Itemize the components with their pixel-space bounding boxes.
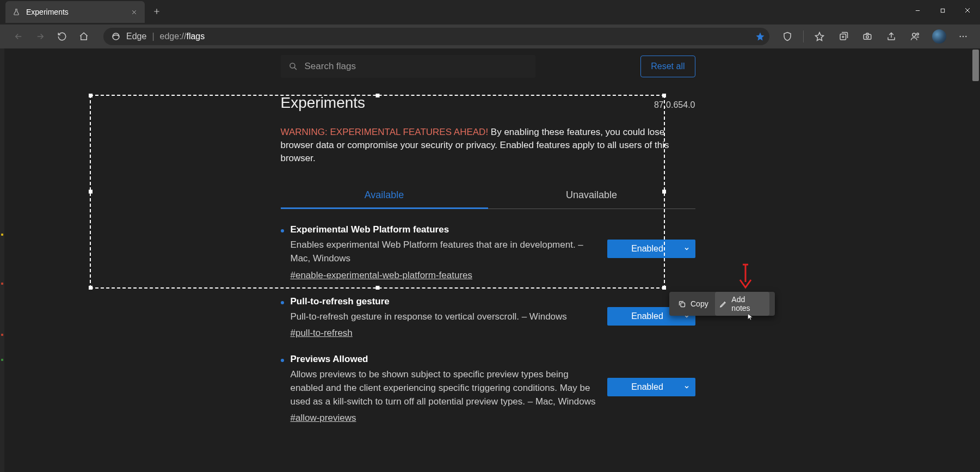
favorite-star-icon[interactable] bbox=[755, 32, 765, 41]
flag-title: Experimental Web Platform features bbox=[291, 224, 601, 235]
svg-rect-11 bbox=[681, 303, 685, 307]
svg-point-8 bbox=[963, 36, 964, 37]
flag-description: Pull-to-refresh gesture in response to v… bbox=[291, 310, 601, 324]
flag-item: Pull-to-refresh gesture Pull-to-refresh … bbox=[281, 281, 695, 339]
window-minimize-button[interactable] bbox=[905, 1, 930, 20]
address-separator: | bbox=[152, 32, 154, 41]
svg-point-9 bbox=[965, 36, 966, 37]
home-button[interactable] bbox=[74, 27, 94, 46]
capture-toolbar: Copy Add notes bbox=[669, 292, 775, 316]
flag-state-select[interactable]: Enabled bbox=[607, 240, 695, 258]
warning-text: WARNING: EXPERIMENTAL FEATURES AHEAD! By… bbox=[281, 126, 695, 164]
tab-indicator bbox=[281, 207, 488, 209]
flag-anchor-link[interactable]: #enable-experimental-web-platform-featur… bbox=[291, 270, 473, 281]
svg-point-4 bbox=[866, 36, 869, 39]
scrollbar-thumb[interactable] bbox=[972, 50, 979, 81]
tab-available[interactable]: Available bbox=[281, 184, 488, 209]
annotation-arrow-icon bbox=[738, 263, 753, 290]
page-header: Experiments 87.0.654.0 bbox=[281, 94, 695, 112]
copy-button[interactable]: Copy bbox=[675, 296, 712, 311]
warning-prefix: WARNING: EXPERIMENTAL FEATURES AHEAD! bbox=[281, 127, 489, 137]
flag-anchor-link[interactable]: #pull-to-refresh bbox=[291, 328, 353, 339]
flag-anchor-link[interactable]: #allow-previews bbox=[291, 413, 356, 424]
titlebar: Experiments bbox=[0, 0, 980, 24]
web-capture-icon[interactable] bbox=[857, 27, 878, 46]
flags-topbar: Search flags Reset all bbox=[281, 48, 695, 84]
collections-icon[interactable] bbox=[833, 27, 854, 46]
flag-bullet-icon bbox=[281, 229, 284, 232]
flag-description: Allows previews to be shown subject to s… bbox=[291, 368, 601, 408]
pen-icon bbox=[719, 300, 728, 308]
window-close-button[interactable] bbox=[955, 1, 980, 20]
svg-rect-3 bbox=[864, 34, 871, 39]
add-notes-button[interactable]: Add notes bbox=[715, 292, 769, 316]
mouse-cursor-icon bbox=[747, 312, 754, 322]
tab-unavailable[interactable]: Unavailable bbox=[488, 184, 695, 209]
browser-tab[interactable]: Experiments bbox=[5, 1, 145, 23]
flag-title: Previews Allowed bbox=[291, 354, 601, 365]
navbar: Edge | edge://flags bbox=[0, 24, 980, 48]
window-controls bbox=[905, 1, 980, 20]
svg-point-6 bbox=[917, 33, 919, 35]
forward-button[interactable] bbox=[30, 27, 50, 46]
viewport: Search flags Reset all Experiments 87.0.… bbox=[0, 48, 980, 472]
chevron-down-icon bbox=[683, 246, 690, 252]
flag-description: Enables experimental Web Platform featur… bbox=[291, 238, 601, 265]
edge-logo-icon bbox=[111, 32, 121, 41]
page-content: Search flags Reset all Experiments 87.0.… bbox=[4, 48, 971, 472]
tracking-shield-icon[interactable] bbox=[777, 27, 798, 46]
address-bar[interactable]: Edge | edge://flags bbox=[103, 28, 769, 45]
scrollbar[interactable] bbox=[971, 48, 980, 472]
flag-state-value: Enabled bbox=[616, 244, 679, 254]
reset-all-button[interactable]: Reset all bbox=[640, 56, 695, 77]
new-tab-button[interactable] bbox=[149, 4, 164, 19]
svg-point-7 bbox=[960, 36, 961, 37]
flag-bullet-icon bbox=[281, 359, 284, 362]
svg-point-5 bbox=[913, 33, 916, 36]
profile-switch-icon[interactable] bbox=[905, 27, 926, 46]
address-url: edge://flags bbox=[160, 32, 205, 41]
search-placeholder: Search flags bbox=[305, 61, 356, 72]
share-icon[interactable] bbox=[881, 27, 902, 46]
flag-state-select[interactable]: Enabled bbox=[607, 378, 695, 396]
flag-title: Pull-to-refresh gesture bbox=[291, 296, 601, 307]
refresh-button[interactable] bbox=[52, 27, 72, 46]
flag-item: Previews Allowed Allows previews to be s… bbox=[281, 339, 695, 424]
toolbar-right bbox=[777, 27, 976, 46]
svg-rect-0 bbox=[941, 9, 944, 12]
add-notes-label: Add notes bbox=[731, 295, 765, 312]
svg-point-1 bbox=[113, 33, 119, 40]
search-icon bbox=[288, 62, 298, 71]
flag-state-value: Enabled bbox=[616, 382, 679, 392]
copy-icon bbox=[678, 300, 686, 308]
separator bbox=[803, 30, 804, 42]
chevron-down-icon bbox=[683, 384, 690, 390]
search-flags-input[interactable]: Search flags bbox=[281, 55, 535, 78]
window-maximize-button[interactable] bbox=[930, 1, 955, 20]
flag-tabs: Available Unavailable bbox=[281, 184, 695, 209]
tab-close-icon[interactable] bbox=[130, 8, 138, 16]
favorites-icon[interactable] bbox=[809, 27, 830, 46]
vertical-tabs-strip[interactable] bbox=[0, 48, 4, 472]
page-title: Experiments bbox=[281, 94, 366, 112]
browser-version: 87.0.654.0 bbox=[654, 100, 695, 110]
flags-page: Experiments 87.0.654.0 WARNING: EXPERIME… bbox=[281, 84, 695, 424]
back-button[interactable] bbox=[9, 27, 28, 46]
svg-point-10 bbox=[290, 63, 295, 68]
tab-title: Experiments bbox=[26, 8, 69, 16]
more-menu-icon[interactable] bbox=[953, 27, 973, 46]
flag-item: Experimental Web Platform features Enabl… bbox=[281, 209, 695, 280]
address-app-label: Edge bbox=[126, 32, 146, 41]
copy-label: Copy bbox=[691, 299, 708, 308]
flag-bullet-icon bbox=[281, 301, 284, 304]
avatar[interactable] bbox=[929, 27, 950, 46]
flask-icon bbox=[12, 8, 21, 16]
